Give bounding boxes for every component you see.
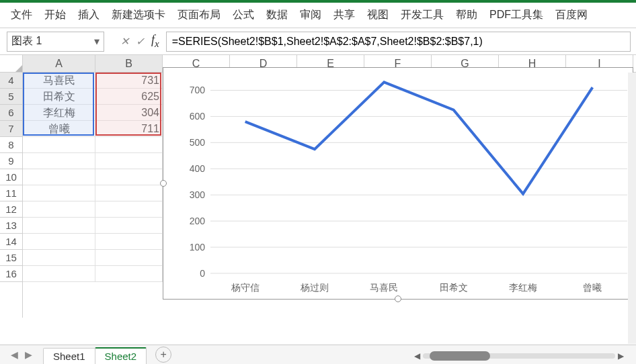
cell[interactable]: [95, 234, 163, 250]
cell[interactable]: [23, 137, 95, 153]
cell[interactable]: 731: [95, 73, 163, 89]
add-sheet-button[interactable]: +: [155, 347, 171, 363]
ribbon-tab[interactable]: 帮助: [454, 5, 479, 25]
cell[interactable]: 马喜民: [23, 73, 95, 89]
ribbon-tab[interactable]: 百度网: [554, 5, 589, 25]
cell[interactable]: [95, 201, 163, 218]
scroll-right-icon[interactable]: ▶: [615, 351, 627, 361]
fx-icon[interactable]: fx: [151, 33, 159, 50]
embedded-chart[interactable]: 0100200300400500600700杨守信杨过则马喜民田希文李红梅曾曦: [163, 67, 633, 300]
name-box[interactable]: 图表 1 ▾: [7, 32, 104, 52]
row-header[interactable]: 13: [0, 218, 22, 234]
formula-bar: 图表 1 ▾ ✕ ✓ fx: [0, 28, 636, 55]
y-tick-label: 400: [190, 163, 206, 174]
ribbon-tab[interactable]: 开始: [43, 5, 67, 25]
chart-resize-handle[interactable]: [160, 180, 167, 187]
cell[interactable]: 李红梅: [23, 105, 95, 121]
x-tick-label: 李红梅: [509, 282, 537, 293]
status-bar: ◀ ▶ Sheet1Sheet2 + ◀ ▶: [0, 345, 636, 364]
cell[interactable]: [23, 169, 95, 185]
x-tick-label: 杨守信: [231, 282, 260, 293]
cell[interactable]: [95, 153, 163, 169]
scroll-left-icon[interactable]: ◀: [411, 351, 423, 361]
cell[interactable]: [23, 201, 95, 218]
x-tick-label: 曾曦: [583, 282, 602, 293]
row-header[interactable]: 6: [0, 105, 22, 121]
row-header[interactable]: 10: [0, 169, 22, 185]
cell[interactable]: 304: [95, 105, 163, 121]
y-tick-label: 600: [190, 111, 206, 122]
cell[interactable]: 711: [95, 121, 163, 137]
row-header[interactable]: 5: [0, 89, 22, 105]
cell[interactable]: [95, 266, 163, 282]
ribbon-tab[interactable]: 页面布局: [176, 5, 222, 25]
vertical-scrollbar[interactable]: [628, 73, 636, 344]
y-tick-label: 300: [190, 189, 206, 200]
row-header[interactable]: 8: [0, 137, 22, 153]
row-header[interactable]: 16: [0, 266, 22, 282]
x-tick-label: 田希文: [440, 282, 468, 293]
cell[interactable]: [95, 250, 163, 266]
sheet-tab[interactable]: Sheet2: [95, 347, 147, 364]
ribbon-tabs: 文件开始插入新建选项卡页面布局公式数据审阅共享视图开发工具帮助PDF工具集百度网: [0, 3, 636, 28]
cell[interactable]: 田希文: [23, 89, 95, 105]
cell[interactable]: [23, 153, 95, 169]
cell[interactable]: [95, 137, 163, 153]
horizontal-scrollbar[interactable]: ◀ ▶: [411, 351, 627, 361]
y-tick-label: 500: [190, 137, 206, 148]
ribbon-tab[interactable]: 视图: [366, 5, 390, 25]
x-tick-label: 杨过则: [300, 282, 329, 293]
cancel-formula-icon[interactable]: ✕: [120, 35, 129, 48]
ribbon-tab[interactable]: 插入: [77, 5, 101, 25]
ribbon-tab[interactable]: 共享: [332, 5, 356, 25]
cell[interactable]: 625: [95, 89, 163, 105]
cell[interactable]: [23, 250, 95, 266]
row-header[interactable]: 15: [0, 250, 22, 266]
cell[interactable]: [23, 185, 95, 201]
y-tick-label: 0: [200, 268, 205, 279]
ribbon-tab[interactable]: 开发工具: [399, 5, 445, 25]
name-box-value: 图表 1: [11, 34, 42, 48]
ribbon-tab[interactable]: 数据: [265, 5, 289, 25]
chart-resize-handle[interactable]: [395, 295, 401, 302]
row-header[interactable]: 12: [0, 201, 22, 218]
cell[interactable]: [95, 185, 163, 201]
y-tick-label: 700: [190, 85, 206, 95]
y-tick-label: 100: [190, 242, 206, 253]
ribbon-tab[interactable]: 公式: [231, 5, 255, 25]
column-header[interactable]: B: [95, 55, 163, 72]
ribbon-tab[interactable]: PDF工具集: [488, 5, 545, 25]
chart-line-series[interactable]: [245, 82, 593, 193]
cell[interactable]: [95, 169, 163, 185]
row-header[interactable]: 9: [0, 153, 22, 169]
sheet-nav-next-icon[interactable]: ▶: [25, 349, 32, 360]
row-header[interactable]: 4: [0, 73, 22, 89]
sheet-tab[interactable]: Sheet1: [43, 348, 95, 364]
row-header[interactable]: 7: [0, 121, 22, 137]
row-header[interactable]: 11: [0, 185, 22, 201]
column-header[interactable]: A: [23, 55, 95, 72]
cell[interactable]: [23, 218, 95, 234]
ribbon-tab[interactable]: 新建选项卡: [110, 5, 167, 25]
cell[interactable]: [95, 218, 163, 234]
confirm-formula-icon[interactable]: ✓: [136, 35, 145, 48]
cell[interactable]: [23, 234, 95, 250]
row-header[interactable]: 14: [0, 234, 22, 250]
chevron-down-icon[interactable]: ▾: [94, 35, 100, 48]
sheet-nav-prev-icon[interactable]: ◀: [11, 349, 18, 360]
ribbon-tab[interactable]: 审阅: [299, 5, 323, 25]
x-tick-label: 马喜民: [370, 282, 398, 293]
cell[interactable]: [23, 266, 95, 282]
cell[interactable]: 曾曦: [23, 121, 95, 137]
ribbon-tab[interactable]: 文件: [9, 5, 34, 25]
select-all-corner[interactable]: [0, 55, 22, 73]
y-tick-label: 200: [190, 216, 206, 226]
formula-input[interactable]: [166, 32, 631, 52]
